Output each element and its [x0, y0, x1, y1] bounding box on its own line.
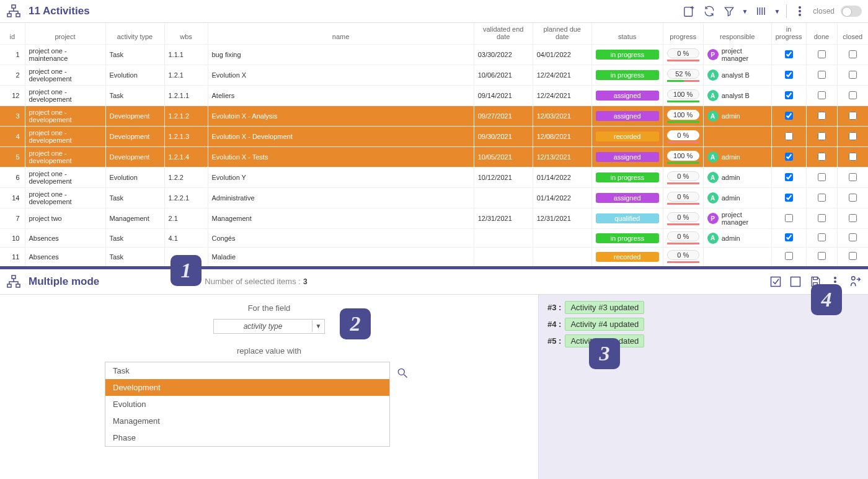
- in-progress-checkbox[interactable]: [785, 132, 793, 140]
- in-progress-checkbox[interactable]: [785, 112, 793, 120]
- cell-responsible: Aanalyst B: [703, 86, 771, 106]
- table-row[interactable]: 1project one - maintenanceTask1.1.1bug f…: [0, 45, 868, 65]
- col-closed[interactable]: closed: [837, 23, 868, 45]
- in-progress-checkbox[interactable]: [785, 214, 793, 222]
- table-row[interactable]: 14project one - developementTask1.2.2.1A…: [0, 188, 868, 208]
- col-activity-type[interactable]: activity type: [105, 23, 164, 45]
- field-select[interactable]: activity type ▼: [213, 319, 325, 334]
- avatar: A: [707, 110, 719, 122]
- listbox-option[interactable]: Management: [105, 413, 389, 429]
- done-checkbox[interactable]: [818, 214, 826, 222]
- search-icon[interactable]: [396, 367, 409, 379]
- cell-in-progress: [771, 45, 806, 65]
- in-progress-checkbox[interactable]: [785, 153, 793, 161]
- col-progress[interactable]: progress: [663, 23, 703, 45]
- save-icon[interactable]: [808, 275, 822, 289]
- done-checkbox[interactable]: [818, 252, 826, 260]
- cell-planned-due: 01/14/2022: [533, 188, 591, 208]
- col-status[interactable]: status: [591, 23, 663, 45]
- done-checkbox[interactable]: [818, 50, 826, 58]
- filter-dropdown-icon[interactable]: ▼: [742, 8, 748, 15]
- cell-status: qualified: [591, 208, 663, 229]
- cell-wbs: 1.2.1.3: [164, 127, 208, 147]
- status-badge: assigned: [596, 91, 659, 101]
- cell-id: 6: [0, 168, 25, 188]
- refresh-icon[interactable]: [702, 4, 716, 18]
- activities-table: id project activity type wbs name valida…: [0, 23, 868, 266]
- select-all-icon[interactable]: [769, 275, 782, 289]
- table-row[interactable]: 6project one - developementEvolution1.2.…: [0, 168, 868, 188]
- columns-icon[interactable]: [754, 4, 768, 18]
- progress-value: 100 %: [667, 151, 699, 161]
- done-checkbox[interactable]: [818, 233, 826, 241]
- in-progress-checkbox[interactable]: [785, 233, 793, 241]
- closed-checkbox[interactable]: [849, 50, 857, 58]
- in-progress-checkbox[interactable]: [785, 50, 793, 58]
- table-row[interactable]: 2project one - developementEvolution1.2.…: [0, 65, 868, 86]
- result-message: Activity #5 updated: [565, 334, 644, 347]
- closed-checkbox[interactable]: [849, 71, 857, 79]
- done-checkbox[interactable]: [818, 194, 826, 202]
- closed-checkbox[interactable]: [849, 112, 857, 120]
- cell-id: 7: [0, 208, 25, 229]
- col-in-progress[interactable]: in progress: [771, 23, 806, 45]
- run-action-icon[interactable]: [848, 275, 862, 289]
- more-options-icon[interactable]: [828, 275, 842, 289]
- closed-checkbox[interactable]: [849, 214, 857, 222]
- cell-status: in progress: [591, 229, 663, 248]
- cell-in-progress: [771, 168, 806, 188]
- done-checkbox[interactable]: [818, 132, 826, 140]
- listbox-option[interactable]: Development: [105, 379, 389, 396]
- table-row[interactable]: 5project one - developementDevelopment1.…: [0, 147, 868, 168]
- done-checkbox[interactable]: [818, 173, 826, 181]
- table-row[interactable]: 10AbsencesTask4.1Congésin progress0 %Aad…: [0, 229, 868, 248]
- table-row[interactable]: 3project one - developementDevelopment1.…: [0, 106, 868, 127]
- closed-checkbox[interactable]: [849, 233, 857, 241]
- col-planned-due[interactable]: planned due date: [533, 23, 591, 45]
- in-progress-checkbox[interactable]: [785, 71, 793, 79]
- cell-project: Absences: [25, 248, 105, 266]
- columns-dropdown-icon[interactable]: ▼: [774, 8, 780, 15]
- listbox-option[interactable]: Evolution: [105, 396, 389, 413]
- table-row[interactable]: 11AbsencesTaskMaladierecorded0 %: [0, 248, 868, 266]
- listbox-option[interactable]: Phase: [105, 429, 389, 446]
- field-select-dropdown-icon[interactable]: ▼: [312, 320, 324, 332]
- table-row[interactable]: 4project one - developementDevelopment1.…: [0, 127, 868, 147]
- in-progress-checkbox[interactable]: [785, 252, 793, 260]
- closed-toggle[interactable]: [841, 6, 862, 17]
- in-progress-checkbox[interactable]: [785, 194, 793, 202]
- col-done[interactable]: done: [806, 23, 837, 45]
- cell-name: Administrative: [208, 188, 474, 208]
- closed-checkbox[interactable]: [849, 252, 857, 260]
- closed-checkbox[interactable]: [849, 153, 857, 161]
- in-progress-checkbox[interactable]: [785, 173, 793, 181]
- col-responsible[interactable]: responsible: [703, 23, 771, 45]
- table-row[interactable]: 7project twoManagement2.1Management12/31…: [0, 208, 868, 229]
- cell-project: project one - developement: [25, 147, 105, 168]
- closed-checkbox[interactable]: [849, 91, 857, 99]
- table-row[interactable]: 12project one - developementTask1.2.1.1A…: [0, 86, 868, 106]
- done-checkbox[interactable]: [818, 112, 826, 120]
- closed-checkbox[interactable]: [849, 194, 857, 202]
- closed-checkbox[interactable]: [849, 132, 857, 140]
- col-id[interactable]: id: [0, 23, 25, 45]
- replace-value-listbox[interactable]: TaskDevelopmentEvolutionManagementPhase: [105, 362, 390, 447]
- closed-checkbox[interactable]: [849, 173, 857, 181]
- in-progress-checkbox[interactable]: [785, 91, 793, 99]
- done-checkbox[interactable]: [818, 91, 826, 99]
- deselect-all-icon[interactable]: [789, 275, 802, 289]
- done-checkbox[interactable]: [818, 153, 826, 161]
- listbox-option[interactable]: Task: [105, 362, 389, 379]
- cell-done: [806, 86, 837, 106]
- col-wbs[interactable]: wbs: [164, 23, 208, 45]
- cell-name: Maladie: [208, 248, 474, 266]
- more-options-icon[interactable]: [793, 4, 807, 18]
- done-checkbox[interactable]: [818, 71, 826, 79]
- cell-type: Development: [105, 106, 164, 127]
- col-name[interactable]: name: [208, 23, 474, 45]
- col-validated-end[interactable]: validated end date: [474, 23, 533, 45]
- add-item-icon[interactable]: [683, 4, 696, 18]
- col-project[interactable]: project: [25, 23, 105, 45]
- multiple-mode-form: For the field activity type ▼ replace va…: [0, 295, 538, 480]
- filter-icon[interactable]: [722, 4, 736, 18]
